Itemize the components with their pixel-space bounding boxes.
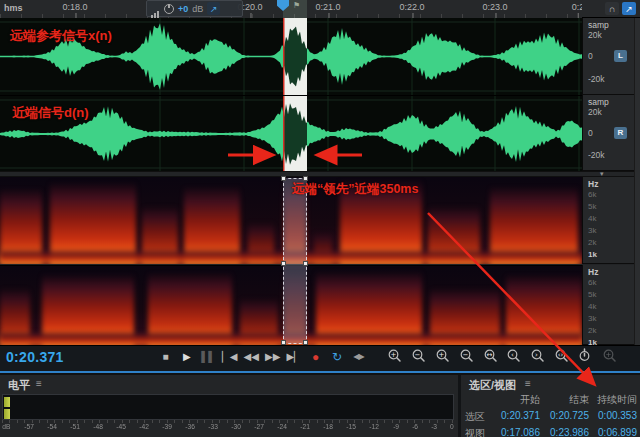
meter-tick-label: dB [2, 423, 10, 430]
scale-mid: 0 [588, 128, 593, 138]
gain-knob-icon[interactable] [164, 4, 174, 14]
fast-forward-button[interactable]: ▶▶ [263, 348, 282, 366]
row-label-view: 视图 [465, 427, 491, 437]
selection-handle[interactable] [303, 340, 308, 345]
panel-menu-icon[interactable]: ≡ [36, 378, 42, 389]
freq-tick: 6k [588, 278, 597, 288]
meter-tick-label: -51 [70, 423, 80, 430]
scale-min: -20k [588, 74, 605, 84]
meter-tick-label: -48 [93, 423, 103, 430]
view-end[interactable]: 0:23.986 [540, 427, 589, 437]
svg-text:↔: ↔ [486, 351, 492, 359]
rewind-button[interactable]: ◀◀ [242, 348, 261, 366]
headphones-icon[interactable]: ∩ [605, 2, 619, 15]
channel-badge-left[interactable]: L [614, 50, 627, 62]
marker-flag-icon[interactable]: ⚑ [293, 1, 300, 10]
selection-handle[interactable] [281, 340, 286, 345]
scale-unit: Hz [588, 267, 598, 277]
zoom-in-vertical-button[interactable]: + [386, 347, 403, 364]
transport-buttons: ■ ▶ ▌▌ ▏◀ ◀◀ ▶▶ ▶▏ ● ↻ ◀▶ [156, 348, 368, 366]
selection-view-title[interactable]: 选区/视图 [469, 378, 516, 393]
meter-tick-label: -33 [208, 423, 218, 430]
hud-pin-icon[interactable]: ↗ [207, 2, 220, 15]
zoom-in-left-edge-button[interactable]: ‹ [505, 347, 522, 364]
svg-text:−: − [414, 351, 420, 359]
vertical-scrollbar[interactable] [634, 18, 640, 345]
chevron-down-icon[interactable]: ▾ [600, 170, 604, 178]
view-start[interactable]: 0:17.086 [491, 427, 540, 437]
scale-max: 20k [588, 107, 602, 117]
frequency-scale-spec1: Hz 6k 5k 4k 3k 2k 1k [582, 177, 634, 264]
selection-duration[interactable]: 0:00.353 [589, 410, 637, 424]
meter-tick-label: -3 [431, 423, 437, 430]
freq-tick: 3k [588, 314, 597, 324]
selection-end[interactable]: 0:20.725 [540, 410, 589, 424]
meter-tick-label: -45 [116, 423, 126, 430]
svg-text:+: + [438, 351, 444, 359]
gain-value[interactable]: +0 [178, 4, 188, 14]
record-button[interactable]: ● [306, 348, 325, 366]
meter-tick-label: -36 [185, 423, 195, 430]
timeline-ruler[interactable]: hms 0:18.0 0:20.0 0:21.0 0:22.0 0:23.0 0… [0, 0, 582, 19]
freq-tick: 3k [588, 226, 597, 236]
zoom-out-horizontal-button[interactable]: − [458, 347, 475, 364]
selection-start[interactable]: 0:20.371 [491, 410, 540, 424]
annotation-delay-note: 远端“领先”近端350ms [292, 181, 418, 198]
loop-playback-button[interactable]: ↻ [328, 348, 347, 366]
channel-badge-right[interactable]: R [614, 127, 627, 139]
skip-to-start-button[interactable]: ▏◀ [220, 348, 239, 366]
panel-menu-icon[interactable]: ≡ [525, 378, 531, 389]
ruler-corner-toolbar: ∩ ↗ [582, 0, 640, 18]
freq-tick: 4k [588, 214, 597, 224]
ruler-tick: 0:18.0 [62, 2, 87, 12]
freq-tick: 2k [588, 238, 597, 248]
scale-unit: samp [588, 20, 609, 30]
svg-text:−: − [462, 351, 468, 359]
scale-unit: Hz [588, 179, 598, 189]
zoom-toolbar: + − + − ↔ ‹ › ‹› + [386, 347, 618, 364]
gain-unit: dB [192, 4, 203, 14]
meter-tick-label: -12 [370, 423, 380, 430]
zoom-navigate-button[interactable]: ↔ [482, 347, 499, 364]
svg-text:‹: ‹ [511, 351, 514, 359]
annotation-far-end-label: 远端参考信号x(n) [10, 27, 112, 45]
freq-tick: 5k [588, 202, 597, 212]
ruler-tick: 0:23.0 [482, 2, 507, 12]
scale-unit: samp [588, 97, 609, 107]
meter-tick-label: -15 [347, 423, 357, 430]
time-display[interactable]: 0:20.371 [6, 349, 64, 365]
level-meter [2, 394, 454, 420]
levels-panel-title[interactable]: 电平 [8, 378, 30, 393]
freq-tick: 4k [588, 302, 597, 312]
pause-button[interactable]: ▌▌ [199, 348, 218, 366]
svg-text:›: › [535, 351, 538, 359]
zoom-in-right-edge-button[interactable]: › [529, 347, 546, 364]
timer-button[interactable] [577, 347, 594, 364]
audio-editor-window: hms 0:18.0 0:20.0 0:21.0 0:22.0 0:23.0 0… [0, 0, 640, 437]
play-button[interactable]: ▶ [177, 348, 196, 366]
row-label-selection: 选区 [465, 410, 491, 424]
zoom-to-selection-button[interactable]: ‹› [553, 347, 570, 364]
view-duration[interactable]: 0:06.899 [589, 427, 637, 437]
meter-tick-label: -9 [393, 423, 399, 430]
skip-selection-button[interactable]: ◀▶ [349, 348, 368, 366]
volume-hud[interactable]: +0 dB ↗ [146, 0, 243, 17]
stop-button[interactable]: ■ [156, 348, 175, 366]
skip-to-end-button[interactable]: ▶▏ [285, 348, 304, 366]
meter-tick-label: -18 [324, 423, 334, 430]
selection-handle[interactable] [281, 176, 286, 181]
zoom-reset-button[interactable]: + [601, 347, 618, 364]
zoom-in-horizontal-button[interactable]: + [434, 347, 451, 364]
annotation-near-end-label: 近端信号d(n) [12, 104, 89, 122]
meter-tick-label: -42 [139, 423, 149, 430]
meter-tick-label: -21 [301, 423, 311, 430]
selection-view-panel: 选区/视图 ≡ 开始 结束 持续时间 选区 0:20.371 0:20.725 … [461, 375, 640, 437]
meter-tick-label: 0 [450, 423, 454, 430]
meter-tick-label: -30 [231, 423, 241, 430]
freq-tick: 5k [588, 290, 597, 300]
pin-icon[interactable]: ↗ [622, 2, 636, 15]
scale-max: 20k [588, 30, 602, 40]
selection-handle[interactable] [303, 261, 308, 266]
selection-handle[interactable] [281, 261, 286, 266]
zoom-out-vertical-button[interactable]: − [410, 347, 427, 364]
